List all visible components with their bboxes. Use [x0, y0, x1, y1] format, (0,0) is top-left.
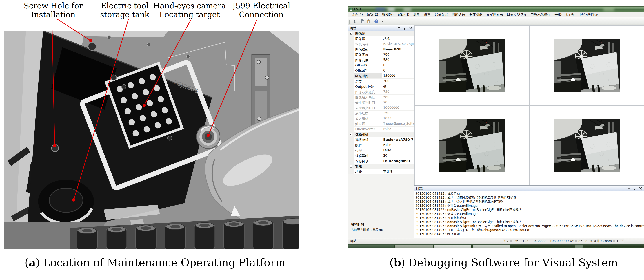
- property-row[interactable]: 增益300: [348, 79, 414, 84]
- property-row[interactable]: 选择相机Basler acA780-75gc...: [348, 137, 414, 142]
- property-group-row[interactable]: 选择相机: [348, 132, 414, 137]
- property-row[interactable]: 最大增益1023: [348, 116, 414, 121]
- property-value[interactable]: False: [382, 142, 414, 148]
- menu-item[interactable]: 编辑(E): [365, 12, 380, 17]
- copy-button[interactable]: [359, 18, 365, 24]
- close-icon[interactable]: [409, 27, 412, 29]
- property-name: 最小曝光时间: [354, 100, 382, 105]
- property-value[interactable]: 580: [382, 57, 414, 62]
- help-button[interactable]: ?: [373, 18, 380, 24]
- property-value[interactable]: Basler acA780-75gc ...: [382, 41, 414, 46]
- property-row[interactable]: OffsetY0: [348, 68, 414, 73]
- menu-item[interactable]: 标定世界系: [484, 12, 505, 17]
- property-value[interactable]: BayerBG8: [382, 47, 414, 52]
- taskbar-button[interactable]: [434, 245, 471, 248]
- property-value[interactable]: 10000000: [382, 105, 414, 110]
- property-value[interactable]: False: [382, 148, 414, 153]
- property-name: 触发源: [354, 121, 382, 126]
- property-value[interactable]: TriggerSource_Softw...: [382, 121, 414, 126]
- property-row[interactable]: 图像最大高度580: [348, 95, 414, 100]
- menu-item[interactable]: 小球分割显示: [576, 12, 600, 17]
- camera-view-4[interactable]: [530, 106, 644, 185]
- pin-icon[interactable]: [403, 26, 406, 29]
- toolbar-overflow-icon[interactable]: [381, 21, 384, 22]
- menu-item[interactable]: 测量: [411, 12, 422, 17]
- property-row[interactable]: 最小曝光时间20: [348, 100, 414, 105]
- panel-menu-icon[interactable]: [628, 188, 630, 189]
- property-value[interactable]: 780: [382, 52, 414, 57]
- row-gutter: [348, 169, 354, 174]
- platform-photo: TGJZ605: [4, 31, 300, 249]
- property-value[interactable]: 低: [382, 84, 414, 89]
- paste-button[interactable]: [365, 18, 372, 24]
- property-value[interactable]: D:\Debug8890: [382, 158, 414, 164]
- property-row[interactable]: 最大曝光时间10000000: [348, 105, 414, 111]
- menu-item[interactable]: 记录数据: [433, 12, 450, 17]
- taskbar-button[interactable]: [473, 245, 510, 248]
- property-row[interactable]: OffsetX0: [348, 63, 414, 68]
- property-group-row[interactable]: 图像源: [348, 31, 414, 36]
- property-value[interactable]: 300: [382, 79, 414, 84]
- menu-item[interactable]: 帮助(H): [396, 12, 411, 17]
- collapse-icon[interactable]: [350, 165, 352, 168]
- collapse-icon[interactable]: [350, 133, 352, 136]
- property-row[interactable]: 线程False: [348, 142, 414, 148]
- property-row[interactable]: 相机名称Basler acA780-75gc ...: [348, 41, 414, 47]
- property-value[interactable]: 不处理: [382, 169, 414, 174]
- property-value[interactable]: 780: [382, 89, 414, 94]
- log-body[interactable]: 20150106-081435 : 线程启动20150106-081435 : …: [414, 191, 644, 238]
- paste-icon: [366, 19, 370, 23]
- property-row[interactable]: Output 控制低: [348, 84, 414, 89]
- property-row[interactable]: 暂停False: [348, 148, 414, 153]
- pin-icon[interactable]: [633, 187, 636, 190]
- taskbar-button[interactable]: [395, 245, 433, 248]
- property-value[interactable]: 1023: [382, 116, 414, 121]
- property-value[interactable]: 20: [382, 153, 414, 158]
- property-value[interactable]: 180000: [382, 73, 414, 78]
- taskbar-button[interactable]: [348, 245, 394, 248]
- panel-menu-icon[interactable]: [398, 27, 400, 29]
- property-value[interactable]: Basler acA780-75gc...: [382, 137, 414, 142]
- property-row[interactable]: 功能不处理: [348, 169, 414, 174]
- menu-item[interactable]: 文件(F): [350, 12, 365, 17]
- property-value[interactable]: 0: [382, 68, 414, 73]
- cut-button[interactable]: [351, 18, 358, 24]
- taskbar-button[interactable]: [575, 245, 582, 248]
- menu-item[interactable]: 设置: [422, 12, 433, 17]
- property-row[interactable]: 图像高度580: [348, 57, 414, 63]
- title-bar[interactable]: CVTK: [348, 6, 644, 12]
- property-row[interactable]: 最小增益250: [348, 111, 414, 116]
- property-value[interactable]: 580: [382, 95, 414, 100]
- property-row[interactable]: 图像格式BayerBG8: [348, 47, 414, 52]
- toolbar-grip[interactable]: [349, 19, 350, 24]
- menu-item[interactable]: 视图(V): [380, 12, 396, 17]
- menu-item[interactable]: 保存图像: [467, 12, 484, 17]
- property-row[interactable]: LineInverterFalse: [348, 127, 414, 132]
- camera-view-3[interactable]: [415, 106, 529, 185]
- collapse-icon[interactable]: [350, 32, 352, 35]
- menu-item[interactable]: 目标模型选择: [505, 12, 529, 17]
- property-value[interactable]: 250: [382, 111, 414, 116]
- menu-bar: 文件(F)编辑(E)视图(V)帮助(H)测量设置记录数据网络通信保存图像标定世界…: [348, 12, 644, 17]
- close-icon[interactable]: [639, 187, 642, 190]
- menu-item[interactable]: 网络通信: [450, 12, 467, 17]
- callout-hand-eyes-camera: Hand-eyes camera Locating target: [146, 1, 233, 19]
- property-value[interactable]: 相机: [382, 36, 414, 41]
- property-row[interactable]: 图像源相机: [348, 36, 414, 41]
- property-row[interactable]: 线程延时20: [348, 153, 414, 158]
- property-row[interactable]: 保存目录D:\Debug8890: [348, 158, 414, 164]
- property-row[interactable]: 触发源TriggerSource_Softw...: [348, 121, 414, 127]
- property-row[interactable]: 图像宽度780: [348, 52, 414, 57]
- camera-view-1[interactable]: [415, 26, 529, 105]
- menu-item[interactable]: 电钻示教操作: [529, 12, 553, 17]
- property-name: 功能: [354, 169, 382, 174]
- property-value[interactable]: False: [382, 127, 414, 132]
- row-gutter: [348, 68, 354, 73]
- property-group-row[interactable]: 功能: [348, 164, 414, 169]
- property-value[interactable]: 20: [382, 100, 414, 105]
- property-row[interactable]: 图像最大宽度780: [348, 89, 414, 95]
- camera-view-2[interactable]: [530, 26, 644, 105]
- menu-item[interactable]: 手眼小球示教: [553, 12, 576, 17]
- property-row[interactable]: 曝光时间180000: [348, 73, 414, 79]
- property-value[interactable]: 0: [382, 63, 414, 68]
